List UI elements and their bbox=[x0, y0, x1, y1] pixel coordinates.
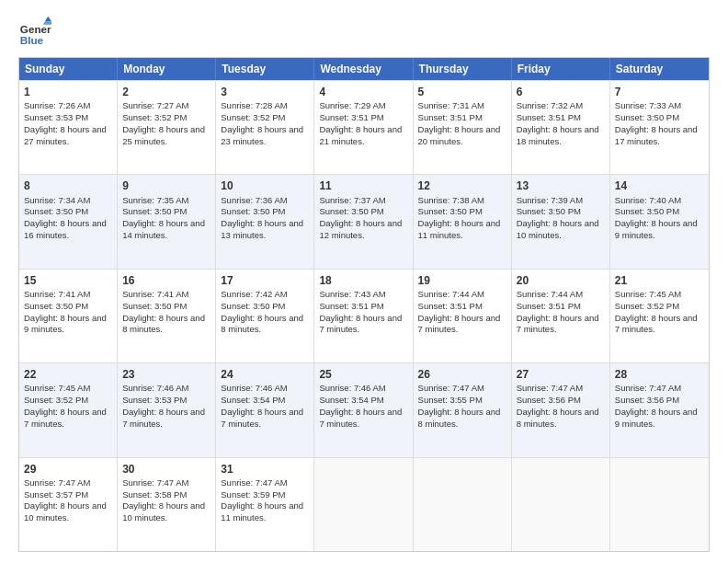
calendar-cell: 21Sunrise: 7:45 AMSunset: 3:52 PMDayligh… bbox=[610, 270, 709, 362]
calendar-cell: 30Sunrise: 7:47 AMSunset: 3:58 PMDayligh… bbox=[118, 458, 216, 551]
calendar-cell: 19Sunrise: 7:44 AMSunset: 3:51 PMDayligh… bbox=[414, 270, 512, 362]
day-number: 12 bbox=[418, 178, 506, 193]
header-day-sunday: Sunday bbox=[19, 58, 118, 80]
calendar-cell bbox=[414, 458, 512, 551]
calendar-cell: 3Sunrise: 7:28 AMSunset: 3:52 PMDaylight… bbox=[216, 81, 314, 174]
calendar-cell: 8Sunrise: 7:34 AMSunset: 3:50 PMDaylight… bbox=[19, 175, 118, 268]
calendar-row-3: 15Sunrise: 7:41 AMSunset: 3:50 PMDayligh… bbox=[19, 269, 709, 362]
calendar-cell: 29Sunrise: 7:47 AMSunset: 3:57 PMDayligh… bbox=[19, 458, 118, 551]
header-day-saturday: Saturday bbox=[610, 58, 709, 80]
day-number: 1 bbox=[24, 85, 112, 99]
day-number: 23 bbox=[122, 367, 210, 382]
calendar-cell: 7Sunrise: 7:33 AMSunset: 3:50 PMDaylight… bbox=[610, 81, 709, 174]
calendar-cell: 27Sunrise: 7:47 AMSunset: 3:56 PMDayligh… bbox=[512, 363, 610, 456]
calendar-page: General Blue SundayMondayTuesdayWednesda… bbox=[0, 0, 728, 563]
calendar-cell: 14Sunrise: 7:40 AMSunset: 3:50 PMDayligh… bbox=[610, 175, 709, 268]
calendar-cell: 16Sunrise: 7:41 AMSunset: 3:50 PMDayligh… bbox=[118, 270, 216, 362]
svg-marker-3 bbox=[43, 21, 51, 25]
day-number: 19 bbox=[418, 273, 506, 288]
calendar-cell: 10Sunrise: 7:36 AMSunset: 3:50 PMDayligh… bbox=[216, 175, 314, 268]
day-number: 10 bbox=[221, 178, 309, 193]
calendar-cell: 11Sunrise: 7:37 AMSunset: 3:50 PMDayligh… bbox=[314, 175, 413, 268]
day-number: 29 bbox=[24, 462, 112, 477]
calendar-cell: 12Sunrise: 7:38 AMSunset: 3:50 PMDayligh… bbox=[414, 175, 512, 268]
day-number: 27 bbox=[517, 367, 605, 382]
logo: General Blue bbox=[18, 15, 51, 48]
calendar-cell bbox=[610, 458, 709, 551]
day-number: 6 bbox=[517, 85, 605, 99]
calendar-cell: 18Sunrise: 7:43 AMSunset: 3:51 PMDayligh… bbox=[314, 270, 413, 362]
calendar-cell: 9Sunrise: 7:35 AMSunset: 3:50 PMDaylight… bbox=[118, 175, 216, 268]
calendar-cell: 25Sunrise: 7:46 AMSunset: 3:54 PMDayligh… bbox=[314, 363, 413, 456]
calendar-cell: 13Sunrise: 7:39 AMSunset: 3:50 PMDayligh… bbox=[512, 175, 610, 268]
calendar-cell: 4Sunrise: 7:29 AMSunset: 3:51 PMDaylight… bbox=[314, 81, 413, 174]
header-day-monday: Monday bbox=[118, 58, 216, 80]
day-number: 9 bbox=[122, 178, 210, 193]
day-number: 2 bbox=[122, 85, 210, 99]
day-number: 4 bbox=[319, 85, 407, 99]
day-number: 14 bbox=[615, 178, 704, 193]
calendar-row-1: 1Sunrise: 7:26 AMSunset: 3:53 PMDaylight… bbox=[19, 80, 709, 174]
calendar-row-4: 22Sunrise: 7:45 AMSunset: 3:52 PMDayligh… bbox=[19, 362, 709, 456]
day-number: 26 bbox=[418, 367, 506, 382]
day-number: 7 bbox=[615, 85, 704, 99]
day-number: 13 bbox=[517, 178, 605, 193]
calendar-row-5: 29Sunrise: 7:47 AMSunset: 3:57 PMDayligh… bbox=[19, 457, 709, 551]
day-number: 18 bbox=[319, 273, 407, 288]
calendar-grid: SundayMondayTuesdayWednesdayThursdayFrid… bbox=[18, 57, 710, 552]
day-number: 21 bbox=[615, 273, 704, 288]
calendar-cell: 20Sunrise: 7:44 AMSunset: 3:51 PMDayligh… bbox=[512, 270, 610, 362]
day-number: 8 bbox=[24, 178, 112, 193]
calendar-cell: 15Sunrise: 7:41 AMSunset: 3:50 PMDayligh… bbox=[19, 270, 118, 362]
page-header: General Blue bbox=[18, 15, 710, 48]
calendar-cell: 6Sunrise: 7:32 AMSunset: 3:51 PMDaylight… bbox=[512, 81, 610, 174]
day-number: 25 bbox=[319, 367, 407, 382]
svg-text:Blue: Blue bbox=[20, 34, 44, 46]
day-number: 30 bbox=[122, 462, 210, 477]
calendar-row-2: 8Sunrise: 7:34 AMSunset: 3:50 PMDaylight… bbox=[19, 174, 709, 268]
header-day-wednesday: Wednesday bbox=[314, 58, 413, 80]
day-number: 16 bbox=[122, 273, 210, 288]
calendar-cell: 17Sunrise: 7:42 AMSunset: 3:50 PMDayligh… bbox=[216, 270, 314, 362]
calendar-cell: 31Sunrise: 7:47 AMSunset: 3:59 PMDayligh… bbox=[216, 458, 314, 551]
calendar-cell: 5Sunrise: 7:31 AMSunset: 3:51 PMDaylight… bbox=[414, 81, 512, 174]
day-number: 3 bbox=[221, 85, 309, 99]
calendar-cell: 26Sunrise: 7:47 AMSunset: 3:55 PMDayligh… bbox=[414, 363, 512, 456]
calendar-cell bbox=[512, 458, 610, 551]
calendar-cell: 23Sunrise: 7:46 AMSunset: 3:53 PMDayligh… bbox=[118, 363, 216, 456]
logo-icon: General Blue bbox=[18, 15, 51, 48]
calendar-body: 1Sunrise: 7:26 AMSunset: 3:53 PMDaylight… bbox=[19, 80, 709, 551]
day-number: 28 bbox=[615, 367, 704, 382]
calendar-header: SundayMondayTuesdayWednesdayThursdayFrid… bbox=[19, 58, 709, 80]
calendar-cell bbox=[314, 458, 413, 551]
day-number: 5 bbox=[418, 85, 506, 99]
day-number: 20 bbox=[517, 273, 605, 288]
day-number: 11 bbox=[319, 178, 407, 193]
day-number: 24 bbox=[221, 367, 309, 382]
day-number: 17 bbox=[221, 273, 309, 288]
calendar-cell: 28Sunrise: 7:47 AMSunset: 3:56 PMDayligh… bbox=[610, 363, 709, 456]
calendar-cell: 22Sunrise: 7:45 AMSunset: 3:52 PMDayligh… bbox=[19, 363, 118, 456]
calendar-cell: 24Sunrise: 7:46 AMSunset: 3:54 PMDayligh… bbox=[216, 363, 314, 456]
header-day-thursday: Thursday bbox=[414, 58, 512, 80]
header-day-tuesday: Tuesday bbox=[216, 58, 314, 80]
calendar-cell: 1Sunrise: 7:26 AMSunset: 3:53 PMDaylight… bbox=[19, 81, 118, 174]
svg-marker-2 bbox=[45, 17, 51, 21]
day-number: 31 bbox=[221, 462, 309, 477]
header-day-friday: Friday bbox=[512, 58, 610, 80]
day-number: 22 bbox=[24, 367, 112, 382]
calendar-cell: 2Sunrise: 7:27 AMSunset: 3:52 PMDaylight… bbox=[118, 81, 216, 174]
day-number: 15 bbox=[24, 273, 112, 288]
